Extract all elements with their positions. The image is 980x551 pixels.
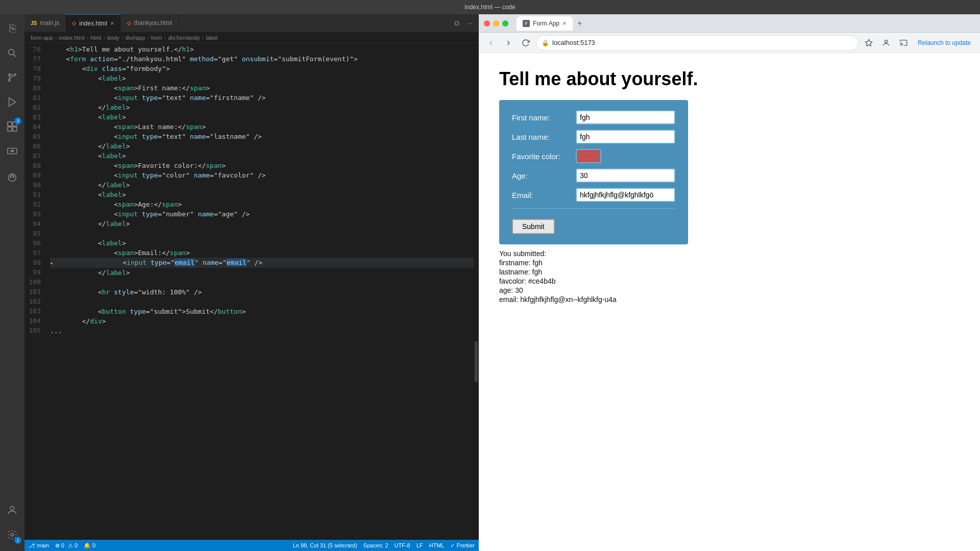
last-name-label: Last name: — [512, 133, 571, 141]
bookmark-btn[interactable] — [862, 36, 876, 50]
email-input[interactable] — [576, 188, 675, 202]
submission-firstname: firstname: fgh — [499, 259, 688, 267]
title-bar: index.html — code — [0, 0, 980, 14]
more-actions-button[interactable]: ··· — [464, 18, 475, 28]
svg-point-2 — [9, 74, 11, 76]
svg-point-19 — [11, 533, 14, 536]
source-control-icon[interactable] — [0, 65, 24, 90]
submission-email: email: hkfgjhfkjhflg@xn--kfghlkfg-u4a — [499, 295, 688, 304]
bc-index-html-text: index.html — [59, 35, 85, 41]
browser-new-tab-btn[interactable]: + — [573, 16, 587, 31]
color-row: Favorite color: — [512, 149, 675, 163]
window-max-btn[interactable] — [502, 20, 508, 27]
explorer-icon[interactable]: ⎘ — [0, 16, 24, 41]
breadcrumb: form-app › index.html › html › body › di… — [24, 32, 479, 43]
tab-bar: JS main.js ◇ index.html × ◇ thankyou.htm… — [24, 14, 479, 32]
age-label: Age: — [512, 171, 571, 180]
svg-point-16 — [10, 177, 11, 178]
main-area: ⎘ 3 — [0, 14, 980, 551]
tab-index-html-close[interactable]: × — [110, 20, 114, 27]
relaunch-button[interactable]: Relaunch to update — [914, 37, 975, 48]
svg-marker-20 — [865, 39, 872, 46]
bc-div-app[interactable]: div#app — [126, 35, 145, 41]
animal-icon[interactable] — [0, 165, 24, 190]
first-name-input[interactable] — [576, 110, 675, 124]
activity-bar: ⎘ 3 — [0, 14, 24, 551]
code-content[interactable]: <h1>Tell me about yourself.</h1> <form a… — [46, 43, 474, 540]
browser-pane: F Form App × + — [479, 14, 980, 551]
status-formatter[interactable]: ✓ Prettier — [450, 542, 475, 549]
submission-favcolor: favcolor: #ce4b4b — [499, 277, 688, 285]
last-name-input[interactable] — [576, 130, 675, 144]
remote-explorer-icon[interactable] — [0, 139, 24, 163]
cast-btn[interactable] — [896, 36, 911, 50]
status-notifications[interactable]: 🔔0 — [84, 542, 95, 549]
svg-point-21 — [885, 40, 887, 42]
bc-form-app[interactable]: form-app — [31, 35, 53, 41]
submit-button[interactable]: Submit — [512, 219, 555, 234]
scroll-indicator[interactable] — [474, 43, 479, 540]
split-editor-button[interactable]: ⧉ — [452, 18, 461, 29]
tab-main-js[interactable]: JS main.js — [24, 14, 66, 32]
account-icon[interactable] — [0, 498, 24, 522]
browser-toolbar: 🔒 Relaunch to update — [479, 33, 980, 53]
bc-body-text: body — [107, 35, 119, 41]
status-encoding[interactable]: UTF-8 — [395, 542, 410, 548]
code-area: 7677787980818283848586878889909192939495… — [24, 43, 479, 540]
svg-point-3 — [14, 74, 16, 76]
settings-icon[interactable]: 1 — [0, 522, 24, 547]
svg-point-0 — [9, 49, 14, 55]
browser-tab-close[interactable]: × — [562, 19, 567, 27]
first-name-row: First name: — [512, 110, 675, 124]
bc-index-html[interactable]: index.html — [59, 35, 85, 41]
email-row: Email: — [512, 188, 675, 202]
first-name-label: First name: — [512, 113, 571, 122]
bc-html[interactable]: html — [91, 35, 102, 41]
scroll-thumb[interactable] — [475, 341, 478, 382]
address-bar-container[interactable]: 🔒 — [536, 35, 859, 51]
status-branch[interactable]: ⎇main — [29, 542, 49, 549]
browser-forward-btn[interactable] — [501, 36, 516, 50]
form-divider — [512, 208, 675, 209]
window-close-btn[interactable] — [484, 20, 490, 27]
run-debug-icon[interactable] — [0, 90, 24, 114]
status-cursor[interactable]: Ln 98, Col 31 (5 selected) — [293, 542, 357, 548]
bc-formbody[interactable]: div.formbody — [168, 35, 200, 41]
form-container: First name: Last name: Favorite color: A… — [499, 100, 688, 244]
age-input[interactable] — [576, 168, 675, 183]
activity-bar-bottom: 1 — [0, 498, 24, 551]
title-bar-text: index.html — code — [464, 4, 515, 11]
address-bar-lock-icon: 🔒 — [542, 39, 549, 46]
bc-html-text: html — [91, 35, 102, 41]
bc-form[interactable]: form — [151, 35, 162, 41]
status-spaces[interactable]: Spaces: 2 — [363, 542, 388, 548]
svg-point-17 — [13, 177, 14, 178]
search-icon[interactable] — [0, 41, 24, 65]
app-title: Tell me about yourself. — [499, 68, 960, 90]
status-errors[interactable]: ⊗0 ⚠0 — [55, 542, 78, 549]
color-input[interactable] — [576, 149, 601, 163]
svg-rect-10 — [8, 127, 12, 131]
browser-reload-btn[interactable] — [519, 36, 533, 50]
tab-bar-actions: ⧉ ··· — [452, 14, 479, 32]
browser-active-tab[interactable]: F Form App × — [517, 16, 573, 31]
window-min-btn[interactable] — [493, 20, 499, 27]
bc-body[interactable]: body — [107, 35, 119, 41]
bc-label[interactable]: label — [206, 35, 217, 41]
line-numbers: 7677787980818283848586878889909192939495… — [24, 43, 46, 540]
email-label: Email: — [512, 191, 571, 199]
status-line-ending[interactable]: LF — [416, 542, 423, 548]
extensions-icon[interactable]: 3 — [0, 114, 24, 139]
browser-tab-bar: F Form App × + — [517, 14, 587, 32]
browser-back-btn[interactable] — [484, 36, 498, 50]
tab-thankyou-html[interactable]: ◇ thankyou.html — [121, 14, 179, 32]
profile-btn[interactable] — [879, 36, 893, 50]
svg-rect-8 — [8, 122, 12, 126]
browser-chrome: F Form App × + — [479, 14, 980, 33]
status-language[interactable]: HTML — [429, 542, 445, 548]
svg-rect-11 — [13, 127, 17, 131]
address-bar-input[interactable] — [552, 39, 853, 46]
tab-thankyou-html-label: thankyou.html — [134, 19, 173, 27]
tab-index-html[interactable]: ◇ index.html × — [66, 14, 120, 32]
status-bar: ⎇main ⊗0 ⚠0 🔔0 Ln 98, Col 31 (5 selected… — [24, 540, 479, 551]
